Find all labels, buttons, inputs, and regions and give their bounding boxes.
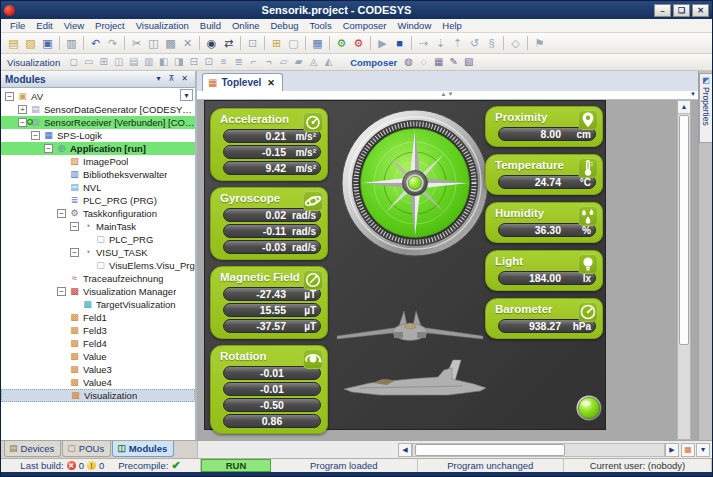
close-button[interactable]: ✕ (692, 4, 709, 17)
align-bottom-icon[interactable]: ¬ (261, 55, 276, 69)
tree-item-bibliotheksverwalter[interactable]: ▥Bibliotheksverwalter (1, 168, 195, 181)
collapse-icon[interactable]: − (31, 131, 40, 140)
print-icon[interactable]: ▥ (63, 35, 80, 51)
one-forward-icon[interactable]: ⊡ (201, 55, 216, 69)
menu-view[interactable]: View (59, 20, 89, 31)
editor-vertical-scrollbar[interactable]: ▲ (677, 100, 691, 440)
build-icon[interactable]: ⊞ (268, 35, 285, 51)
status-led[interactable] (576, 395, 602, 421)
new-object-icon[interactable]: ▢ (285, 35, 302, 51)
paste-icon[interactable]: ▩ (162, 35, 179, 51)
visualization-mode-icon[interactable]: ▦ (681, 443, 695, 457)
editor-horizontal-scrollbar[interactable]: ◀ ▶ ▦ ▾ (197, 441, 712, 458)
menu-edit[interactable]: Edit (31, 20, 57, 31)
find-next-icon[interactable]: ⇄ (220, 35, 237, 51)
new-file-icon[interactable]: ▤ (5, 35, 22, 51)
tree-item-feld4[interactable]: ▩Feld4 (1, 337, 195, 350)
tree-filter-dropdown[interactable]: ▼ (180, 89, 193, 101)
editor-dropdown-icon[interactable]: ▼ (690, 91, 696, 97)
tree-item-taskkonfiguration[interactable]: −⚙Taskkonfiguration (1, 207, 195, 220)
tree-item-application-run[interactable]: −◎Application [run] (1, 142, 195, 155)
scroll-up-icon[interactable]: ▲ (678, 101, 690, 114)
panel-pin-icon[interactable]: ⊼ (165, 73, 178, 85)
stop-icon[interactable]: ■ (391, 35, 408, 51)
align-left-icon[interactable]: ≡ (216, 55, 231, 69)
compile-icon[interactable]: ▦ (309, 35, 326, 51)
minimize-button[interactable]: – (654, 4, 671, 17)
collapse-icon[interactable]: − (70, 248, 79, 257)
tab-properties[interactable]: ◩ Properties (699, 73, 713, 143)
open-project-icon[interactable]: ▨ (22, 35, 39, 51)
visualization-canvas[interactable]: Acceleration0.21m/s²-0.15m/s²9.42m/s²Gyr… (204, 100, 606, 430)
scale-element-icon[interactable]: ◬ (306, 55, 321, 69)
cut-icon[interactable]: ✂ (128, 35, 145, 51)
breakpoints-icon[interactable]: § (483, 35, 500, 51)
tree-item-sensorreceiver-verbunden-codesys-control-win-v3[interactable]: −▤SensorReceiver [Verbunden] [CODESYS Co… (1, 116, 195, 129)
collapse-icon[interactable]: − (5, 92, 14, 101)
view-tab-modules[interactable]: ◫Modules (112, 441, 174, 457)
menu-project[interactable]: Project (90, 20, 130, 31)
visu-grid-icon[interactable]: ⊞ (96, 55, 111, 69)
collapse-icon[interactable]: − (57, 287, 66, 296)
tree-item-targetvisualization[interactable]: ▩TargetVisualization (1, 298, 195, 311)
view-tab-pous[interactable]: ▢POUs (62, 441, 111, 457)
collapse-icon[interactable]: − (18, 118, 27, 127)
background-visu-icon[interactable]: ▥ (141, 55, 156, 69)
tree-item-value4[interactable]: ▩Value4 (1, 376, 195, 389)
one-backward-icon[interactable]: ⊟ (186, 55, 201, 69)
horizontal-scroll-thumb[interactable] (415, 444, 565, 456)
rotate-element-icon[interactable]: ◭ (321, 55, 336, 69)
collapse-icon[interactable]: − (70, 222, 79, 231)
view-tab-devices[interactable]: ▤Devices (4, 441, 61, 457)
composer-edit-icon[interactable]: ✎ (446, 55, 461, 69)
find-icon[interactable]: ◉ (203, 35, 220, 51)
vertical-scroll-thumb[interactable] (679, 115, 689, 345)
visu-dialog-icon[interactable]: ◻ (66, 55, 81, 69)
step-into-icon[interactable]: ⇣ (432, 35, 449, 51)
same-width-icon[interactable]: ▱ (276, 55, 291, 69)
collapse-arrows-icon[interactable]: ▲▼ (441, 91, 455, 97)
bring-to-front-icon[interactable]: ◧ (156, 55, 171, 69)
tree-item-value3[interactable]: ▩Value3 (1, 363, 195, 376)
collapse-icon[interactable]: − (57, 209, 66, 218)
logout-icon[interactable]: ⚙ (350, 35, 367, 51)
login-icon[interactable]: ⚙ (333, 35, 350, 51)
tree-item-plc-prg-prg[interactable]: ≣PLC_PRG (PRG) (1, 194, 195, 207)
menu-visualization[interactable]: Visualization (131, 20, 194, 31)
menu-window[interactable]: Window (392, 20, 436, 31)
same-height-icon[interactable]: ▰ (291, 55, 306, 69)
duplicate-visu-icon[interactable]: ▤ (126, 55, 141, 69)
menu-file[interactable]: File (5, 20, 30, 31)
visu-frame-icon[interactable]: ◫ (111, 55, 126, 69)
align-top-icon[interactable]: ⌐ (246, 55, 261, 69)
menu-online[interactable]: Online (227, 20, 264, 31)
menu-tools[interactable]: Tools (304, 20, 336, 31)
tree-item-value[interactable]: ▩Value (1, 350, 195, 363)
tree-item-visuelems-visu-prg[interactable]: ▢VisuElems.Visu_Prg (1, 259, 195, 272)
flow-control-icon[interactable]: ⚑ (531, 35, 548, 51)
step-out-icon[interactable]: ⇡ (449, 35, 466, 51)
tree-item-plc-prg[interactable]: ▢PLC_PRG (1, 233, 195, 246)
panel-close-icon[interactable]: ✕ (178, 73, 191, 85)
scroll-right-icon[interactable]: ▶ (665, 443, 679, 457)
start-icon[interactable]: ▶ (374, 35, 391, 51)
tree-item-visualization[interactable]: ▩Visualization (1, 389, 195, 402)
tree-item-nvl[interactable]: ▤NVL (1, 181, 195, 194)
menu-debug[interactable]: Debug (265, 20, 303, 31)
delete-icon[interactable]: ✕ (179, 35, 196, 51)
composer-overview-icon[interactable]: ▧ (461, 55, 476, 69)
composer-modules-icon[interactable]: ▦ (431, 55, 446, 69)
toggle-breakpoint-icon[interactable]: ◇ (507, 35, 524, 51)
save-icon[interactable]: ▣ (39, 35, 56, 51)
hscroll-track[interactable] (412, 443, 665, 457)
collapse-icon[interactable]: − (44, 144, 53, 153)
composer-globe-icon[interactable]: ◍ (401, 55, 416, 69)
tree-item-traceaufzeichnung[interactable]: ≈Traceaufzeichnung (1, 272, 195, 285)
tree-item-sensordatagenerator-codesys-control-win-v3[interactable]: +▤SensorDataGenerator [CODESYS Control W… (1, 103, 195, 116)
reset-warm-icon[interactable]: ↺ (466, 35, 483, 51)
redo-icon[interactable]: ↷ (104, 35, 121, 51)
step-over-icon[interactable]: ⇢ (415, 35, 432, 51)
visu-toolbox-icon[interactable]: ▭ (81, 55, 96, 69)
corner-dropdown-icon[interactable]: ▾ (696, 443, 710, 457)
send-to-back-icon[interactable]: ◨ (171, 55, 186, 69)
